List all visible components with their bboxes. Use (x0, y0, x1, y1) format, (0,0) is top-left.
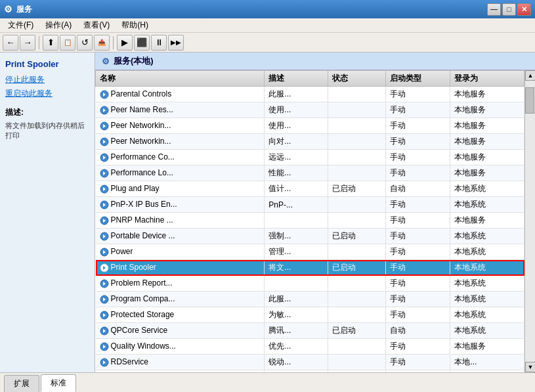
desc-label: 描述: (5, 107, 89, 118)
service-logon-cell: 本地系统 (450, 307, 524, 323)
col-desc[interactable]: 描述 (265, 71, 328, 87)
service-icon (100, 106, 109, 115)
service-status-cell (328, 213, 385, 229)
service-icon (100, 232, 109, 241)
show-button[interactable]: 📋 (60, 35, 75, 51)
service-icon (100, 311, 109, 320)
bottom-tabs: 扩展 标准 (0, 372, 535, 392)
table-row[interactable]: Remote Access ...无论...手动本地系统 (96, 370, 524, 373)
service-icon (100, 137, 109, 146)
service-status-cell (328, 370, 385, 373)
restore-button[interactable]: □ (502, 3, 516, 16)
service-desc-cell: 管理... (265, 244, 328, 260)
close-button[interactable]: ✕ (517, 3, 531, 16)
service-startup-cell: 手动 (386, 276, 450, 292)
table-row[interactable]: Quality Windows...优先...手动本地服务 (96, 339, 524, 355)
service-name-cell: Remote Access ... (96, 370, 265, 373)
table-row[interactable]: Peer Networkin...使用...手动本地服务 (96, 118, 524, 134)
service-startup-cell: 手动 (386, 244, 450, 260)
col-logon[interactable]: 登录为 (450, 71, 524, 87)
refresh-button[interactable]: ↺ (77, 35, 93, 51)
service-startup-cell: 手动 (386, 260, 450, 276)
play-button[interactable]: ▶ (117, 35, 133, 51)
pause-button[interactable]: ⏸ (151, 35, 167, 51)
service-logon-cell: 本地服务 (450, 150, 524, 165)
table-container[interactable]: 名称 描述 状态 启动类型 登录为 Parental Controls此服...… (95, 70, 535, 372)
service-icon (100, 169, 109, 178)
window-icon: ⚙ (4, 4, 12, 14)
table-row[interactable]: Power管理...手动本地系统 (96, 244, 524, 260)
toolbar: ← → ⬆ 📋 ↺ 📤 ▶ ⬛ ⏸ ▶▶ (0, 33, 535, 53)
table-row[interactable]: Problem Report...手动本地系统 (96, 276, 524, 292)
service-name-heading: Print Spooler (5, 59, 89, 69)
service-status-cell (328, 118, 385, 134)
table-scroll-area[interactable]: 名称 描述 状态 启动类型 登录为 Parental Controls此服...… (95, 70, 524, 372)
menu-file[interactable]: 文件(F) (3, 18, 39, 32)
tab-expand[interactable]: 扩展 (4, 375, 39, 392)
service-logon-cell: 本地系统 (450, 197, 524, 213)
restart-service-link[interactable]: 重启动此服务 (5, 88, 89, 99)
skip-button[interactable]: ▶▶ (168, 35, 184, 51)
right-panel: ⚙ 服务(本地) 名称 描述 状态 启动类型 登录为 (95, 53, 535, 372)
col-name[interactable]: 名称 (96, 71, 265, 87)
table-row[interactable]: Peer Networkin...向对...手动本地服务 (96, 134, 524, 150)
service-desc-cell: 优先... (265, 339, 328, 355)
table-row[interactable]: Portable Device ...强制...已启动手动本地系统 (96, 229, 524, 244)
stop-service-link[interactable]: 停止此服务 (5, 74, 89, 85)
table-row[interactable]: Peer Name Res...使用...手动本地服务 (96, 102, 524, 118)
export-button[interactable]: 📤 (94, 35, 110, 51)
service-desc-cell: 腾讯... (265, 323, 328, 339)
service-desc-cell: 值计... (265, 181, 328, 197)
table-row[interactable]: PnP-X IP Bus En...PnP-...手动本地系统 (96, 197, 524, 213)
scroll-down-button[interactable]: ▼ (525, 362, 535, 372)
back-button[interactable]: ← (3, 35, 18, 51)
service-startup-cell: 手动 (386, 292, 450, 307)
menu-bar: 文件(F) 操作(A) 查看(V) 帮助(H) (0, 18, 535, 33)
menu-view[interactable]: 查看(V) (78, 18, 115, 32)
service-status-cell (328, 134, 385, 150)
table-row[interactable]: PNRP Machine ...手动本地服务 (96, 213, 524, 229)
service-desc-cell: 使用... (265, 102, 328, 118)
table-row[interactable]: RDService锐动...手动本地... (96, 355, 524, 370)
service-name-cell: Problem Report... (96, 276, 265, 292)
table-row[interactable]: Plug and Play值计...已启动自动本地系统 (96, 181, 524, 197)
stop-button[interactable]: ⬛ (134, 35, 150, 51)
minimize-button[interactable]: — (487, 3, 501, 16)
service-name-cell: Protected Storage (96, 307, 265, 323)
col-startup[interactable]: 启动类型 (386, 71, 450, 87)
scrollbar[interactable]: ▲ ▼ (524, 70, 535, 372)
service-startup-cell: 手动 (386, 165, 450, 181)
toolbar-separator-2 (113, 36, 114, 49)
title-bar-left: ⚙ 服务 (4, 4, 32, 15)
main-container: Print Spooler 停止此服务 重启动此服务 描述: 将文件加载到内存供… (0, 53, 535, 372)
service-name-cell: Program Compa... (96, 292, 265, 307)
table-row[interactable]: Print Spooler将文...已启动手动本地系统 (96, 260, 524, 276)
col-status[interactable]: 状态 (328, 71, 385, 87)
services-icon: ⚙ (102, 56, 110, 66)
table-row[interactable]: Protected Storage为敏...手动本地系统 (96, 307, 524, 323)
table-row[interactable]: Program Compa...此服...手动本地系统 (96, 292, 524, 307)
table-row[interactable]: Parental Controls此服...手动本地服务 (96, 87, 524, 102)
table-row[interactable]: Performance Co...远远...手动本地服务 (96, 150, 524, 165)
scroll-up-button[interactable]: ▲ (525, 70, 535, 81)
service-status-cell (328, 87, 385, 102)
service-logon-cell: 本地系统 (450, 181, 524, 197)
service-startup-cell: 手动 (386, 370, 450, 373)
scroll-thumb[interactable] (525, 87, 534, 114)
service-name-cell: Performance Co... (96, 150, 265, 165)
service-status-cell (328, 102, 385, 118)
up-button[interactable]: ⬆ (43, 35, 58, 51)
menu-help[interactable]: 帮助(H) (116, 18, 154, 32)
service-name-cell: PnP-X IP Bus En... (96, 197, 265, 213)
menu-action[interactable]: 操作(A) (40, 18, 77, 32)
service-icon (100, 90, 109, 99)
service-logon-cell: 本地系统 (450, 229, 524, 244)
service-startup-cell: 手动 (386, 134, 450, 150)
service-logon-cell: 本地系统 (450, 276, 524, 292)
service-status-cell (328, 197, 385, 213)
table-row[interactable]: Performance Lo...性能...手动本地服务 (96, 165, 524, 181)
table-row[interactable]: QPCore Service腾讯...已启动自动本地系统 (96, 323, 524, 339)
forward-button[interactable]: → (20, 35, 35, 51)
tab-standard[interactable]: 标准 (41, 374, 76, 392)
title-controls: — □ ✕ (487, 3, 531, 16)
